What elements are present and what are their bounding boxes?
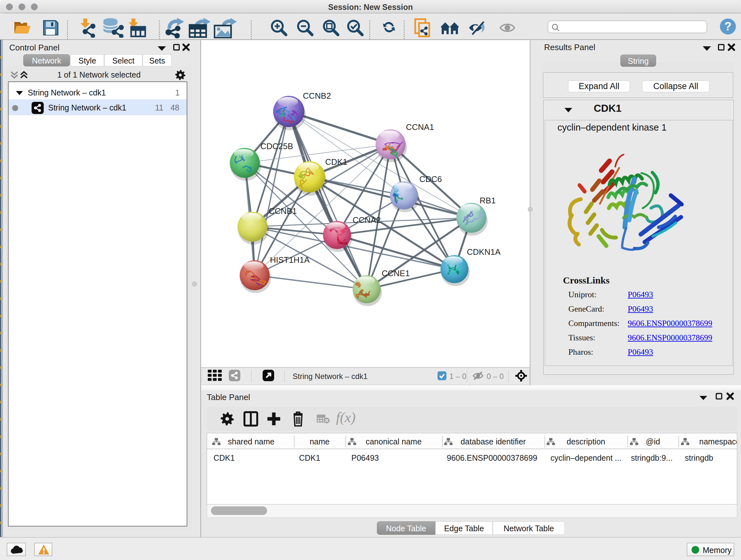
svg-text:CDC25B: CDC25B [260, 141, 293, 151]
svg-text:CCNA2: CCNA2 [353, 215, 381, 225]
svg-text:CCNB2: CCNB2 [303, 91, 331, 101]
svg-text:CCNE1: CCNE1 [382, 268, 410, 278]
svg-text:CCNA1: CCNA1 [406, 122, 434, 132]
svg-text:CCNB1: CCNB1 [269, 206, 297, 216]
svg-text:HIST1H1A: HIST1H1A [270, 255, 310, 265]
svg-text:CDKN1A: CDKN1A [467, 247, 501, 257]
svg-text:CDK1: CDK1 [325, 157, 347, 167]
svg-text:RB1: RB1 [480, 196, 496, 205]
svg-text:CDC6: CDC6 [419, 174, 442, 184]
